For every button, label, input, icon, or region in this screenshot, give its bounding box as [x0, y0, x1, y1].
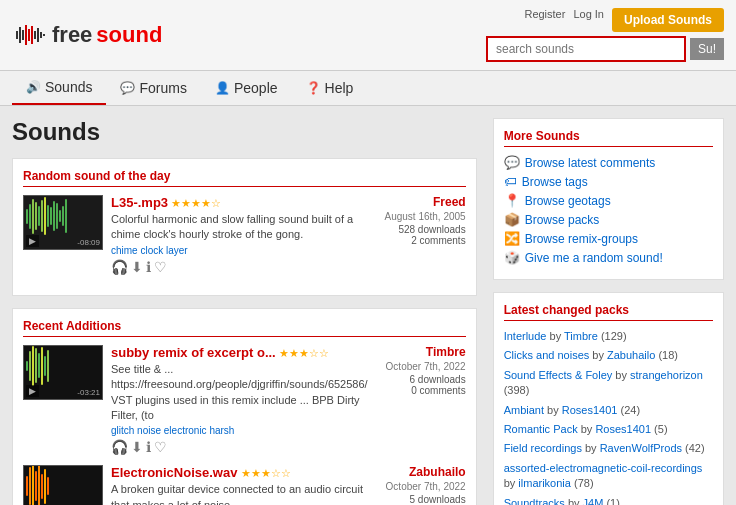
- headphone-icon[interactable]: 🎧: [111, 259, 128, 275]
- nav-sounds[interactable]: 🔊 Sounds: [12, 71, 106, 105]
- recent-desc-1: See title & ... https://freesound.org/pe…: [111, 362, 368, 424]
- random-sound-date: August 16th, 2005: [376, 211, 466, 222]
- packs-icon: 📦: [504, 212, 520, 227]
- pack-count-4: (5): [654, 423, 667, 435]
- favorite-icon[interactable]: ♡: [154, 259, 167, 275]
- wf-bar: [50, 207, 52, 225]
- favorite-icon-1[interactable]: ♡: [154, 439, 167, 455]
- more-sounds-section: More Sounds 💬 Browse latest comments 🏷 B…: [493, 118, 724, 280]
- wf-bar: [35, 471, 37, 501]
- random-sound-title[interactable]: L35-.mp3: [111, 195, 168, 210]
- pack-author-3[interactable]: Roses1401: [562, 404, 618, 416]
- pack-count-3: (24): [620, 404, 640, 416]
- recent-meta-1: Timbre October 7th, 2022 6 downloads 0 c…: [376, 345, 466, 396]
- info-icon-1[interactable]: ℹ: [146, 439, 151, 455]
- recent-additions-section: Recent Additions ▶ -03:2: [12, 308, 477, 505]
- pack-link-0[interactable]: Interlude: [504, 330, 547, 342]
- random-sound-thumb: ▶ -08:09: [23, 195, 103, 250]
- pack-user-4: by Roses1401: [581, 423, 651, 435]
- recent-user-2[interactable]: Zabuhailo: [376, 465, 466, 479]
- play-button[interactable]: ▶: [26, 235, 39, 247]
- pack-link-5[interactable]: Field recordings: [504, 442, 582, 454]
- pack-link-1[interactable]: Clicks and noises: [504, 349, 590, 361]
- pack-author-7[interactable]: J4M: [583, 497, 604, 505]
- pack-link-2[interactable]: Sound Effects & Foley: [504, 369, 613, 381]
- pack-author-0[interactable]: Timbre: [564, 330, 598, 342]
- pack-author-4[interactable]: Roses1401: [595, 423, 651, 435]
- pack-user-7: by J4M: [568, 497, 603, 505]
- pack-author-2[interactable]: strangehorizon: [630, 369, 703, 381]
- wf-bar: [41, 474, 43, 499]
- pack-count-7: (1): [606, 497, 619, 505]
- nav-people[interactable]: 👤 People: [201, 72, 292, 104]
- recent-thumb-1: ▶ -03:21: [23, 345, 103, 400]
- nav-people-label: People: [234, 80, 278, 96]
- pack-user-5: by RavenWolfProds: [585, 442, 682, 454]
- download-icon[interactable]: ⬇: [131, 259, 143, 275]
- right-column: More Sounds 💬 Browse latest comments 🏷 B…: [493, 118, 724, 505]
- random-sound-info: L35-.mp3 ★★★★☆ Colorful harmonic and slo…: [111, 195, 368, 275]
- forums-icon: 💬: [120, 81, 135, 95]
- nav-help[interactable]: ❓ Help: [292, 72, 368, 104]
- pack-list-item: Romantic Pack by Roses1401 (5): [504, 422, 713, 437]
- header: freesound Register Log In Upload Sounds …: [0, 0, 736, 71]
- random-sound-tags[interactable]: chime clock layer: [111, 245, 368, 256]
- play-button-1[interactable]: ▶: [26, 385, 39, 397]
- recent-title-2[interactable]: ElectronicNoise.wav: [111, 465, 237, 480]
- download-icon-1[interactable]: ⬇: [131, 439, 143, 455]
- wf-bar: [38, 465, 40, 505]
- search-button[interactable]: Su!: [690, 38, 724, 60]
- wf-bar: [62, 206, 64, 226]
- pack-user-3: by Roses1401: [547, 404, 617, 416]
- recent-info-1: subby remix of excerpt o... ★★★☆☆ See ti…: [111, 345, 368, 456]
- pack-link-7[interactable]: Soundtracks: [504, 497, 565, 505]
- logo-area: freesound: [12, 21, 162, 49]
- sound-action-icons: 🎧 ⬇ ℹ ♡: [111, 259, 368, 275]
- wf-bar: [26, 209, 28, 224]
- left-column: Sounds Random sound of the day: [12, 118, 493, 505]
- wf-bar: [65, 199, 67, 233]
- random-sound-card: ▶ -08:09 L35-.mp3 ★★★★☆ Colorful harmoni…: [23, 195, 466, 275]
- headphone-icon-1[interactable]: 🎧: [111, 439, 128, 455]
- random-sound-downloads: 528 downloads: [376, 224, 466, 235]
- browse-remix-groups-link[interactable]: 🔀 Browse remix-groups: [504, 231, 713, 246]
- nav-forums[interactable]: 💬 Forums: [106, 72, 200, 104]
- register-link[interactable]: Register: [524, 8, 565, 32]
- info-icon[interactable]: ℹ: [146, 259, 151, 275]
- pack-list-item: Interlude by Timbre (129): [504, 329, 713, 344]
- pack-count-5: (42): [685, 442, 705, 454]
- random-sound-user[interactable]: Freed: [376, 195, 466, 209]
- login-link[interactable]: Log In: [573, 8, 604, 32]
- waveform-bars-1: [24, 346, 102, 386]
- pack-link-6[interactable]: assorted-electromagnetic-coil-recordings: [504, 462, 703, 474]
- browse-geotags-link[interactable]: 📍 Browse geotags: [504, 193, 713, 208]
- logo-waveform: [12, 21, 48, 49]
- browse-latest-comments-link[interactable]: 💬 Browse latest comments: [504, 155, 713, 170]
- upload-button[interactable]: Upload Sounds: [612, 8, 724, 32]
- main: Sounds Random sound of the day: [0, 106, 736, 505]
- pack-link-3[interactable]: Ambiant: [504, 404, 544, 416]
- logo-icon: [12, 21, 48, 49]
- wf-bar: [47, 477, 49, 495]
- recent-date-1: October 7th, 2022: [376, 361, 466, 372]
- recent-tags-1[interactable]: glitch noise electronic harsh: [111, 425, 368, 436]
- pack-link-4[interactable]: Romantic Pack: [504, 423, 578, 435]
- pack-list-item: Field recordings by RavenWolfProds (42): [504, 441, 713, 456]
- waveform-bars: [24, 196, 102, 236]
- wf-bar: [29, 204, 31, 229]
- recent-desc-2: A broken guitar device connected to an a…: [111, 482, 368, 505]
- browse-packs-link[interactable]: 📦 Browse packs: [504, 212, 713, 227]
- browse-tags-link[interactable]: 🏷 Browse tags: [504, 174, 713, 189]
- wf-bar: [35, 202, 37, 230]
- pack-list-item: Ambiant by Roses1401 (24): [504, 403, 713, 418]
- search-input[interactable]: [486, 36, 686, 62]
- random-sound-meta: Freed August 16th, 2005 528 downloads 2 …: [376, 195, 466, 246]
- more-sounds-header: More Sounds: [504, 129, 713, 147]
- pack-author-6[interactable]: ilmarikonia: [518, 477, 571, 489]
- random-sound-link[interactable]: 🎲 Give me a random sound!: [504, 250, 713, 265]
- recent-title-1[interactable]: subby remix of excerpt o...: [111, 345, 276, 360]
- pack-author-1[interactable]: Zabuhailo: [607, 349, 655, 361]
- logo-text-sound: sound: [96, 22, 162, 48]
- recent-user-1[interactable]: Timbre: [376, 345, 466, 359]
- pack-author-5[interactable]: RavenWolfProds: [600, 442, 682, 454]
